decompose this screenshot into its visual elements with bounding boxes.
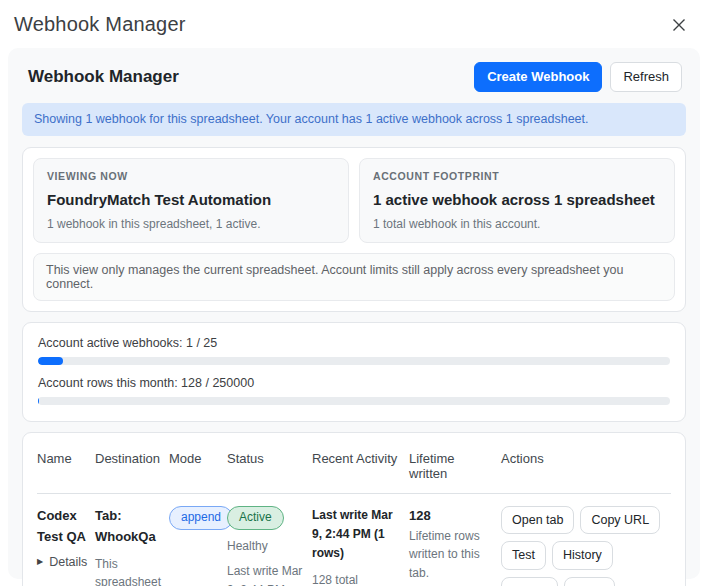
webhooks-quota-label: Account active webhooks: 1 / 25: [38, 336, 670, 350]
destination-cell: Tab: WhookQa This spreadsheet: [95, 506, 169, 586]
status-badge: Active: [227, 506, 284, 530]
webhooks-quota-bar: [38, 357, 670, 365]
name-cell: Codex Test QA ▶ Details: [37, 506, 95, 586]
rows-quota-bar: [38, 397, 670, 405]
lifetime-written-cell: 128 Lifetime rows written to this tab.: [409, 506, 501, 586]
action-button-history[interactable]: History: [552, 541, 613, 569]
action-button-pause[interactable]: Pause: [501, 577, 558, 586]
table-header-actions: Actions: [501, 451, 671, 481]
action-button-more[interactable]: More: [564, 577, 614, 586]
action-button-test[interactable]: Test: [501, 541, 546, 569]
table-header-recent-activity: Recent Activity: [312, 451, 409, 481]
rows-quota-label: Account rows this month: 128 / 250000: [38, 376, 670, 390]
create-webhook-button[interactable]: Create Webhook: [474, 62, 602, 92]
close-button[interactable]: [670, 16, 688, 34]
table-header-lifetime-written: Lifetime written: [409, 451, 501, 481]
status-cell: Active Healthy Last write Mar 9, 2:44 PM…: [227, 506, 312, 586]
destination-secondary: This spreadsheet: [95, 555, 163, 586]
mode-cell: append: [169, 506, 227, 586]
status-last-write: Last write Mar 9, 2:44 PM.: [227, 562, 306, 586]
webhook-name: Codex Test QA: [37, 506, 89, 548]
details-label: Details: [49, 555, 87, 569]
mode-badge: append: [169, 506, 233, 530]
viewing-now-title: FoundryMatch Test Automation: [47, 191, 335, 208]
table-header-mode: Mode: [169, 451, 227, 481]
table-header-destination: Destination: [95, 451, 169, 481]
lifetime-caption: Lifetime rows written to this tab.: [409, 527, 495, 583]
webhook-manager-panel: Webhook Manager Create Webhook Refresh S…: [8, 48, 700, 579]
info-banner: Showing 1 webhook for this spreadsheet. …: [22, 103, 686, 137]
close-icon: [672, 20, 686, 35]
table-header-row: NameDestinationModeStatusRecent Activity…: [37, 451, 671, 494]
webhook-row: Codex Test QA ▶ Details Tab: WhookQa Thi…: [37, 494, 671, 586]
recent-activity-cell: Last write Mar 9, 2:44 PM (1 rows) 128 t…: [312, 506, 409, 586]
viewing-now-subtitle: 1 webhook in this spreadsheet, 1 active.: [47, 217, 335, 231]
webhooks-quota-fill: [38, 357, 63, 365]
refresh-button[interactable]: Refresh: [610, 62, 682, 92]
quota-card: Account active webhooks: 1 / 25 Account …: [22, 322, 686, 422]
recent-activity-secondary: 128 total deliverys: [312, 571, 403, 586]
account-footprint-label: ACCOUNT FOOTPRINT: [373, 170, 661, 182]
action-button-open-tab[interactable]: Open tab: [501, 506, 574, 534]
actions-cell: Open tabCopy URLTestHistoryPauseMore: [501, 506, 671, 586]
viewing-now-label: VIEWING NOW: [47, 170, 335, 182]
account-footprint-subtitle: 1 total webhook in this account.: [373, 217, 661, 231]
account-footprint-card: ACCOUNT FOOTPRINT 1 active webhook acros…: [359, 158, 675, 243]
action-button-copy-url[interactable]: Copy URL: [580, 506, 660, 534]
webhooks-table-card: NameDestinationModeStatusRecent Activity…: [22, 432, 686, 586]
panel-header: Webhook Manager Create Webhook Refresh: [22, 58, 686, 92]
table-header-name: Name: [37, 451, 95, 481]
account-footprint-title: 1 active webhook across 1 spreadsheet: [373, 191, 661, 208]
recent-activity-primary: Last write Mar 9, 2:44 PM (1 rows): [312, 506, 403, 564]
viewing-now-card: VIEWING NOW FoundryMatch Test Automation…: [33, 158, 349, 243]
dialog-title: Webhook Manager: [14, 13, 186, 36]
table-header-status: Status: [227, 451, 312, 481]
destination-primary: Tab: WhookQa: [95, 506, 163, 548]
status-health: Healthy: [227, 537, 306, 556]
lifetime-value: 128: [409, 506, 495, 527]
scope-note: This view only manages the current sprea…: [33, 253, 675, 301]
caret-right-icon: ▶: [37, 557, 43, 566]
header-buttons: Create Webhook Refresh: [474, 62, 682, 92]
overview-card: VIEWING NOW FoundryMatch Test Automation…: [22, 147, 686, 312]
dialog-titlebar: Webhook Manager: [0, 0, 708, 48]
panel-title: Webhook Manager: [28, 67, 179, 87]
details-toggle[interactable]: ▶ Details: [37, 555, 87, 569]
